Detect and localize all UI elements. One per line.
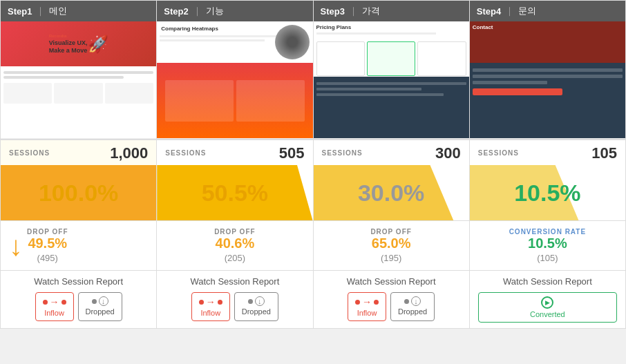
inflow-label-1: Inflow <box>44 309 64 317</box>
sessions-label-4: SESSIONS <box>478 149 519 157</box>
dot1 <box>43 300 48 305</box>
dropoff-col-2: DROP OFF 40.6% (205) <box>157 221 313 270</box>
step3-num: Step3 <box>321 6 345 17</box>
dot-gray-2 <box>248 299 253 304</box>
watch-label-1: Watch Session Report <box>9 276 148 287</box>
dropoff-col-4: CONVERSION RATE 10.5% (105) <box>470 221 625 270</box>
dot6 <box>374 300 379 305</box>
dropped-icon-2: ↓ <box>248 296 265 306</box>
funnel-col-3: 30.0% <box>314 165 470 220</box>
dropoff-pct-2: 40.6% <box>165 236 304 251</box>
play-circle-icon: ▶ <box>541 296 553 309</box>
step2-heatmap-circle <box>275 25 310 59</box>
inflow-button-1[interactable]: → Inflow <box>35 292 74 321</box>
step1-name: 메인 <box>49 5 67 17</box>
sessions-count-1: 1,000 <box>110 144 148 162</box>
inflow-button-2[interactable]: → Inflow <box>191 292 230 321</box>
converted-button[interactable]: ▶ Converted <box>478 292 617 323</box>
step4-form2 <box>473 75 623 78</box>
sessions-label-2: SESSIONS <box>165 149 206 157</box>
step3-pricing-row <box>316 41 466 76</box>
dropped-icon-1: ↓ <box>92 296 108 306</box>
step4-screenshot: Contact <box>470 21 625 139</box>
session-col-2: SESSIONS 505 <box>157 140 313 165</box>
dot5 <box>355 300 360 305</box>
watch-col-1: Watch Session Report → Inflow ↓ Dropped <box>1 271 157 328</box>
dropped-label-1: Dropped <box>86 307 115 316</box>
sessions-label-3: SESSIONS <box>322 149 363 157</box>
step2-num: Step2 <box>164 6 188 17</box>
watch-label-2: Watch Session Report <box>165 276 304 287</box>
sessions-row: SESSIONS 1,000 SESSIONS 505 SESSIONS 300… <box>1 140 625 165</box>
step1-text2 <box>3 76 124 79</box>
funnel-col-1: 100.0% <box>1 165 157 220</box>
dropped-button-3[interactable]: ↓ Dropped <box>390 292 435 321</box>
dropoff-label-2: DROP OFF <box>165 228 304 236</box>
funnel-container: Step1 ｜ 메인 Recordia Visualize UX,Make a … <box>0 0 626 329</box>
step2-line1 <box>160 35 295 37</box>
btn-row-3: → Inflow ↓ Dropped <box>322 292 461 321</box>
drop-arrow-icon: ↓ <box>9 232 23 260</box>
arrow-right-1: → <box>50 296 59 307</box>
watch-col-2: Watch Session Report → Inflow ↓ Dropped <box>157 271 313 328</box>
step2-top: Comparing Heatmaps <box>157 21 312 63</box>
step3-price-col2-featured <box>367 41 415 76</box>
dropped-label-3: Dropped <box>398 307 427 316</box>
session-col-3: SESSIONS 300 <box>314 140 470 165</box>
funnel-row: 100.0% 50.5% 30.0% 10.5% <box>1 165 625 220</box>
step3-top: Pricing Plans <box>314 21 469 77</box>
step3-price-col3 <box>417 41 466 76</box>
dropoff-count-1: (495) <box>27 253 68 263</box>
step1-body <box>1 66 156 138</box>
step3-divider: ｜ <box>349 5 358 17</box>
step-col-2: Step2 ｜ 기능 Comparing Heatmaps <box>157 1 313 139</box>
sessions-count-3: 300 <box>435 144 461 162</box>
dot-gray-1 <box>92 299 97 304</box>
dropoff-col-3: DROP OFF 65.0% (195) <box>314 221 470 270</box>
step4-form1 <box>473 68 623 72</box>
step3-bottom-line1 <box>316 82 466 85</box>
dot2 <box>61 300 66 305</box>
drop-circle-1: ↓ <box>99 296 108 306</box>
step4-header: Step4 ｜ 문의 <box>470 1 625 21</box>
conversion-label: CONVERSION RATE <box>478 228 617 236</box>
step1-grid <box>3 83 153 104</box>
step4-content: Contact <box>470 21 625 33</box>
funnel-col-4: 10.5% <box>470 165 625 220</box>
dropped-button-1[interactable]: ↓ Dropped <box>78 292 122 321</box>
step3-screenshot: Pricing Plans <box>314 21 469 139</box>
step1-card1 <box>3 83 52 104</box>
conversion-count: (105) <box>478 253 617 263</box>
dropped-button-2[interactable]: ↓ Dropped <box>234 292 278 321</box>
step1-rocket-icon: 🚀 <box>88 35 108 54</box>
dropoff-info-1: DROP OFF 49.5% (495) <box>27 228 68 263</box>
dot3 <box>199 300 204 305</box>
watch-col-4: Watch Session Report ▶ Converted <box>470 271 625 328</box>
drop-circle-2: ↓ <box>255 296 265 306</box>
step4-submit-btn <box>473 88 562 95</box>
funnel-pct-1: 100.0% <box>39 180 118 207</box>
step2-bottom <box>157 63 312 138</box>
inflow-button-3[interactable]: → Inflow <box>348 292 386 321</box>
dot-gray-3 <box>404 299 409 304</box>
dropoff-label-1: DROP OFF <box>27 228 68 236</box>
conversion-pct: 10.5% <box>478 236 617 251</box>
step3-header: Step3 ｜ 가격 <box>314 1 469 21</box>
btn-row-1: → Inflow ↓ Dropped <box>9 292 148 321</box>
sessions-label-1: SESSIONS <box>9 149 50 157</box>
dropoff-count-2: (205) <box>165 253 304 263</box>
dropoff-col-1: ↓ DROP OFF 49.5% (495) <box>1 221 157 270</box>
step2-line2 <box>160 39 265 41</box>
dropped-label-2: Dropped <box>242 307 271 316</box>
watch-row: Watch Session Report → Inflow ↓ Dropped <box>1 271 625 328</box>
step4-bottom <box>470 63 625 138</box>
step3-pricing-title: Pricing Plans <box>316 24 466 30</box>
step3-line <box>316 32 437 35</box>
step3-price-col1 <box>316 41 365 76</box>
step2-screenshot: Comparing Heatmaps <box>157 21 312 139</box>
steps-header-row: Step1 ｜ 메인 Recordia Visualize UX,Make a … <box>1 1 625 140</box>
dropoff-pct-3: 65.0% <box>322 236 461 251</box>
step1-brand: Recordia <box>49 34 88 38</box>
converted-icon: ▶ <box>541 296 553 309</box>
step4-divider: ｜ <box>505 5 514 17</box>
